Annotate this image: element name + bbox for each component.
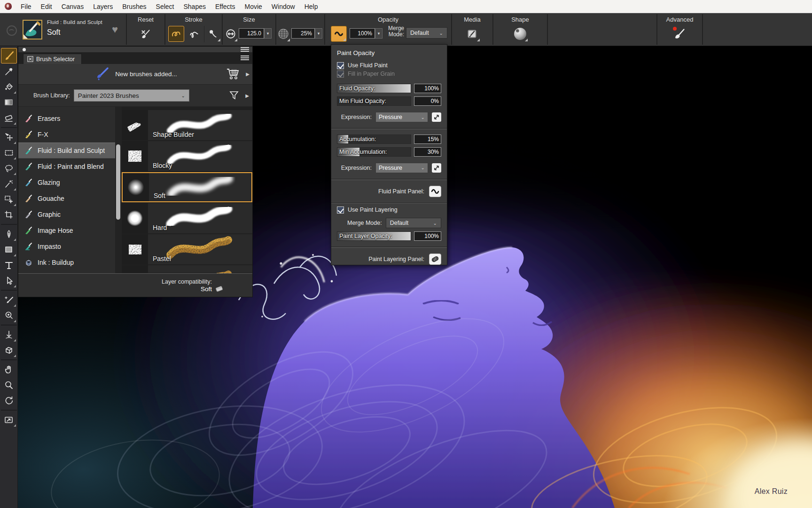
menu-movie[interactable]: Movie bbox=[241, 1, 266, 12]
min-accumulation-slider[interactable]: Min Accumulation: bbox=[337, 147, 411, 157]
menu-brushes[interactable]: Brushes bbox=[118, 1, 150, 12]
accumulation-value[interactable]: 15% bbox=[414, 135, 441, 144]
category-fluid-paint-and-blend[interactable]: Fluid : Paint and Blend bbox=[18, 159, 115, 175]
tool-layer-adjuster[interactable] bbox=[1, 129, 17, 145]
category-erasers[interactable]: Erasers bbox=[18, 111, 115, 127]
category-ink-buildup[interactable]: Ink : Buildup bbox=[18, 254, 115, 270]
brush-library-dropdown[interactable]: Painter 2023 Brushes⌄ bbox=[74, 89, 189, 102]
tool-dropper[interactable] bbox=[1, 64, 17, 79]
grain-icon[interactable] bbox=[276, 26, 290, 42]
menu-file[interactable]: File bbox=[16, 1, 36, 12]
tool-crop[interactable] bbox=[1, 207, 17, 222]
category-graphic[interactable]: Graphic bbox=[18, 206, 115, 222]
category-fx[interactable]: F-X bbox=[18, 127, 115, 143]
min-accumulation-value[interactable]: 30% bbox=[414, 147, 441, 157]
size-value[interactable]: 125.0 bbox=[239, 28, 264, 39]
size-icon[interactable] bbox=[224, 26, 238, 42]
menu-effects[interactable]: Effects bbox=[211, 1, 240, 12]
new-brushes-banner[interactable]: New brushes added... ▶ bbox=[18, 64, 252, 85]
expression-dropdown[interactable]: Pressure⌄ bbox=[375, 163, 428, 173]
media-button[interactable] bbox=[464, 26, 480, 42]
tool-eraser[interactable] bbox=[1, 110, 17, 126]
category-gouache[interactable]: Gouache bbox=[18, 190, 115, 206]
tool-magic-wand[interactable] bbox=[1, 176, 17, 191]
tool-paint-bucket[interactable] bbox=[1, 79, 17, 95]
category-image-hose[interactable]: Image Hose bbox=[18, 222, 115, 238]
tool-perspective-grid[interactable] bbox=[1, 342, 17, 358]
category-scrollbar[interactable] bbox=[115, 107, 122, 273]
stroke-freehand-button[interactable] bbox=[168, 26, 184, 42]
expression-dropdown[interactable]: Pressure⌄ bbox=[375, 112, 428, 122]
library-expand-arrow-icon[interactable]: ▶ bbox=[245, 93, 249, 98]
category-fluid-build-and-sculpt[interactable]: Fluid : Build and Sculpt bbox=[18, 143, 115, 159]
tool-mirror-painting[interactable] bbox=[1, 292, 17, 308]
panel-grip[interactable] bbox=[18, 47, 252, 53]
tool-rectangular-shape[interactable] bbox=[1, 242, 17, 257]
tool-selection-adjuster[interactable] bbox=[1, 191, 17, 207]
tool-text[interactable] bbox=[1, 257, 17, 273]
tool-kaleidoscope[interactable] bbox=[1, 308, 17, 323]
merge-mode-dropdown[interactable]: Default⌄ bbox=[406, 27, 447, 39]
tool-lasso[interactable] bbox=[1, 160, 17, 176]
invert-expression-button[interactable] bbox=[432, 112, 441, 122]
opacity-value[interactable]: 100% bbox=[350, 28, 375, 39]
grain-dropdown-button[interactable]: ▾ bbox=[315, 28, 322, 39]
variant-pastel[interactable]: Pastel bbox=[122, 234, 252, 264]
tool-pen[interactable] bbox=[1, 226, 17, 242]
variant-shape-builder[interactable]: Shape Builder bbox=[122, 110, 252, 140]
size-dropdown-button[interactable]: ▾ bbox=[264, 28, 272, 39]
tool-shape-selection[interactable] bbox=[1, 273, 17, 288]
invert-expression-button[interactable] bbox=[432, 163, 441, 173]
current-brush-thumbnail[interactable] bbox=[23, 20, 42, 40]
menu-shapes[interactable]: Shapes bbox=[179, 1, 210, 12]
tool-rotate-page[interactable] bbox=[1, 393, 17, 408]
tab-menu-icon[interactable] bbox=[241, 56, 249, 61]
checkbox-checked-icon[interactable] bbox=[337, 206, 344, 214]
fluid-opacity-slider[interactable]: Fluid Opacity: bbox=[337, 84, 411, 93]
stroke-jitter-button[interactable] bbox=[205, 26, 221, 42]
paint-layering-panel-button[interactable] bbox=[429, 254, 441, 265]
banner-expand-arrow-icon[interactable]: ▶ bbox=[246, 71, 250, 77]
paint-layer-opacity-slider[interactable]: Paint Layer Opacity: bbox=[337, 231, 411, 241]
tool-grabber-hand[interactable] bbox=[1, 362, 17, 377]
cart-icon[interactable] bbox=[226, 68, 240, 80]
min-fluid-opacity-slider[interactable]: Min Fluid Opacity: bbox=[337, 96, 411, 106]
opacity-dropdown-button[interactable]: ▾ bbox=[375, 28, 383, 39]
merge-mode-dropdown[interactable]: Default⌄ bbox=[386, 218, 441, 228]
filter-funnel-icon[interactable] bbox=[229, 90, 239, 101]
grain-value[interactable]: 25% bbox=[291, 28, 315, 39]
tool-gradient[interactable] bbox=[1, 95, 17, 110]
fluid-opacity-value[interactable]: 100% bbox=[414, 84, 441, 93]
panel-menu-icon[interactable] bbox=[241, 47, 249, 53]
tool-brush[interactable] bbox=[1, 48, 17, 64]
tool-divine-proportion[interactable] bbox=[1, 327, 17, 342]
menu-layers[interactable]: Layers bbox=[89, 1, 117, 12]
tool-magnifier[interactable] bbox=[1, 377, 17, 393]
menu-window[interactable]: Window bbox=[267, 1, 299, 12]
min-fluid-opacity-value[interactable]: 0% bbox=[414, 96, 441, 106]
paint-layer-opacity-value[interactable]: 100% bbox=[414, 231, 441, 241]
favorite-heart-icon[interactable]: ♥ bbox=[112, 24, 118, 36]
tab-brush-selector[interactable]: Brush Selector bbox=[23, 54, 82, 64]
variant-partial[interactable] bbox=[122, 265, 252, 273]
fluid-paint-panel-button[interactable] bbox=[429, 186, 441, 197]
reset-brush-button[interactable] bbox=[138, 26, 154, 42]
variant-hard[interactable]: Hard bbox=[122, 203, 252, 233]
close-box-icon[interactable] bbox=[27, 56, 33, 62]
use-fluid-paint-checkbox[interactable]: Use Fluid Paint bbox=[337, 61, 441, 70]
scrollbar-thumb[interactable] bbox=[116, 144, 120, 220]
menu-help[interactable]: Help bbox=[300, 1, 322, 12]
shape-button[interactable] bbox=[512, 26, 528, 42]
menu-canvas[interactable]: Canvas bbox=[57, 1, 88, 12]
ghost-drag-icon[interactable] bbox=[7, 25, 17, 36]
use-paint-layering-checkbox[interactable]: Use Paint Layering bbox=[337, 206, 441, 214]
checkbox-checked-icon[interactable] bbox=[337, 62, 344, 69]
menu-select[interactable]: Select bbox=[152, 1, 179, 12]
variant-soft[interactable]: Soft bbox=[122, 172, 252, 202]
tool-canvas-navigator[interactable] bbox=[1, 412, 17, 428]
tool-rectangular-selection[interactable] bbox=[1, 145, 17, 160]
opacity-flyout-button[interactable] bbox=[331, 26, 347, 42]
category-impasto[interactable]: Impasto bbox=[18, 238, 115, 254]
stroke-straight-button[interactable] bbox=[186, 26, 202, 42]
variant-blocky[interactable]: Blocky bbox=[122, 141, 252, 171]
